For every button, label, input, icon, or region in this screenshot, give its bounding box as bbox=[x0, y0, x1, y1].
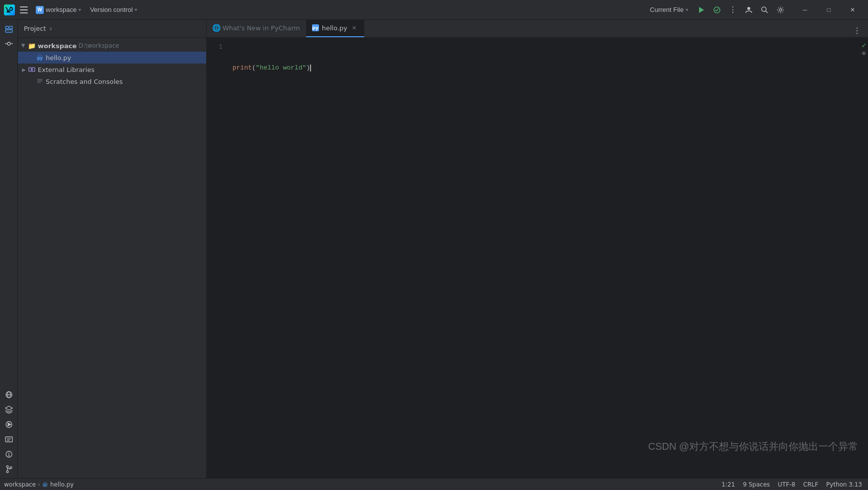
run-button[interactable] bbox=[694, 3, 708, 17]
svg-rect-1 bbox=[6, 11, 10, 12]
main-content: Project ∨ ▶ 📁 workspace D:\workspace ▶ p… bbox=[0, 20, 868, 478]
pycharm-logo[interactable] bbox=[4, 4, 15, 15]
hamburger-menu-button[interactable] bbox=[18, 4, 30, 16]
workspace-icon: W bbox=[36, 6, 44, 14]
tab-more-button[interactable]: ⋮ bbox=[850, 23, 864, 37]
editor-area: 🌐 What's New in PyCharm py hello.py ✕ ⋮ … bbox=[207, 20, 868, 478]
status-line-sep[interactable]: CRLF bbox=[801, 479, 820, 490]
status-python[interactable]: Python 3.13 bbox=[824, 479, 864, 490]
code-line-1: print("hello world") bbox=[233, 63, 860, 73]
sidebar: Project ∨ ▶ 📁 workspace D:\workspace ▶ p… bbox=[18, 20, 207, 478]
account-button[interactable] bbox=[742, 3, 756, 17]
activity-commit-button[interactable] bbox=[2, 37, 16, 51]
workspace-dropdown-icon: ▾ bbox=[79, 7, 81, 12]
tree-item-workspace[interactable]: ▶ 📁 workspace D:\workspace bbox=[18, 40, 206, 52]
search-button[interactable] bbox=[758, 3, 772, 17]
minimize-button[interactable]: ─ bbox=[793, 2, 816, 17]
current-file-button[interactable]: Current File ▾ bbox=[646, 4, 692, 15]
external-libraries-expand-arrow[interactable]: ▶ bbox=[20, 66, 28, 73]
svg-point-26 bbox=[6, 466, 8, 468]
workspace-button[interactable]: W workspace ▾ bbox=[33, 4, 84, 16]
svg-point-4 bbox=[747, 7, 750, 10]
svg-rect-31 bbox=[29, 68, 31, 71]
version-control-button[interactable]: Version control ▾ bbox=[87, 4, 140, 15]
activity-problems-button[interactable] bbox=[2, 432, 16, 446]
svg-text:py: py bbox=[43, 483, 47, 487]
svg-rect-32 bbox=[32, 68, 35, 71]
window-controls: ─ □ ✕ bbox=[793, 2, 864, 17]
svg-rect-10 bbox=[9, 26, 12, 29]
svg-point-28 bbox=[10, 467, 12, 469]
svg-marker-2 bbox=[699, 7, 704, 13]
title-bar: W workspace ▾ Version control ▾ Current … bbox=[0, 0, 868, 20]
workspace-folder-icon: 📁 bbox=[28, 42, 36, 50]
sidebar-header: Project ∨ bbox=[18, 20, 206, 38]
svg-rect-8 bbox=[5, 26, 8, 29]
tab-hello-py-icon: py bbox=[312, 24, 319, 31]
line-numbers: 1 bbox=[207, 38, 229, 478]
tab-hello-py-label: hello.py bbox=[322, 24, 347, 32]
breadcrumb-separator: › bbox=[38, 481, 40, 488]
hello-py-label: hello.py bbox=[46, 54, 71, 62]
status-line-sep-label: CRLF bbox=[803, 481, 818, 488]
status-spaces[interactable]: 9 Spaces bbox=[741, 479, 772, 490]
svg-text:py: py bbox=[37, 56, 43, 61]
settings-button[interactable] bbox=[774, 3, 788, 17]
tab-hello-py[interactable]: py hello.py ✕ bbox=[306, 20, 364, 37]
external-libraries-label: External Libraries bbox=[38, 66, 94, 73]
status-position[interactable]: 1:21 bbox=[719, 479, 737, 490]
workspace-expand-arrow[interactable]: ▶ bbox=[20, 42, 28, 50]
check-mark-icon: ✓ bbox=[862, 42, 867, 49]
editor[interactable]: 1 print("hello world") ✓ 👁 CSDN @对方不想与你说… bbox=[207, 38, 868, 478]
status-encoding[interactable]: UTF-8 bbox=[776, 479, 797, 490]
activity-notifications-button[interactable] bbox=[2, 447, 16, 461]
current-file-dropdown-icon: ▾ bbox=[686, 7, 688, 12]
hello-py-icon: py bbox=[36, 54, 44, 62]
tab-whats-new-label: What's New in PyCharm bbox=[223, 24, 300, 32]
tab-bar: 🌐 What's New in PyCharm py hello.py ✕ ⋮ bbox=[207, 20, 868, 38]
status-encoding-label: UTF-8 bbox=[778, 481, 795, 488]
maximize-button[interactable]: □ bbox=[817, 2, 840, 17]
status-bar: workspace › py hello.py 1:21 9 Spaces UT… bbox=[0, 478, 868, 490]
activity-run-button[interactable] bbox=[2, 418, 16, 431]
workspace-path-label: D:\workspace bbox=[79, 42, 119, 49]
scratches-label: Scratches and Consoles bbox=[46, 78, 123, 85]
tab-hello-py-close[interactable]: ✕ bbox=[350, 24, 358, 32]
more-options-button[interactable]: ⋮ bbox=[726, 3, 740, 17]
code-open-paren: ( bbox=[252, 64, 256, 71]
title-bar-left: W workspace ▾ Version control ▾ bbox=[4, 4, 140, 16]
status-hello-py[interactable]: hello.py bbox=[50, 481, 74, 488]
version-control-label: Version control bbox=[90, 6, 133, 13]
activity-project-button[interactable] bbox=[2, 22, 16, 36]
external-libraries-icon bbox=[28, 66, 36, 73]
tree-item-hello-py[interactable]: ▶ py hello.py bbox=[18, 52, 206, 64]
status-breadcrumb: workspace › py hello.py bbox=[4, 481, 74, 488]
editor-content[interactable]: print("hello world") bbox=[229, 38, 860, 478]
svg-point-5 bbox=[762, 7, 766, 11]
close-button[interactable]: ✕ bbox=[841, 2, 864, 17]
svg-rect-20 bbox=[5, 437, 12, 442]
activity-git-button[interactable] bbox=[2, 462, 16, 476]
status-workspace[interactable]: workspace bbox=[4, 481, 36, 488]
sidebar-content: ▶ 📁 workspace D:\workspace ▶ py hello.py bbox=[18, 38, 206, 478]
activity-layers-button[interactable] bbox=[2, 403, 16, 417]
sidebar-title: Project bbox=[24, 25, 46, 32]
coverage-button[interactable] bbox=[710, 3, 724, 17]
title-bar-right: Current File ▾ ⋮ bbox=[646, 2, 864, 17]
editor-cursor bbox=[310, 65, 311, 71]
editor-right-gutter: ✓ 👁 bbox=[860, 38, 868, 478]
scratches-icon bbox=[36, 77, 44, 85]
status-python-label: Python 3.13 bbox=[826, 481, 862, 488]
activity-bar bbox=[0, 20, 18, 478]
tree-item-scratches[interactable]: ▶ Scratches and Consoles bbox=[18, 75, 206, 87]
project-dropdown-icon[interactable]: ∨ bbox=[49, 26, 52, 31]
eye-icon[interactable]: 👁 bbox=[861, 50, 867, 57]
whats-new-icon: 🌐 bbox=[213, 24, 220, 31]
tree-item-external-libraries[interactable]: ▶ External Libraries bbox=[18, 64, 206, 75]
code-close-paren: ) bbox=[306, 64, 310, 71]
tab-whats-new[interactable]: 🌐 What's New in PyCharm bbox=[207, 20, 306, 37]
svg-line-6 bbox=[766, 11, 768, 13]
code-print-keyword: print bbox=[233, 64, 252, 71]
activity-remote-button[interactable] bbox=[2, 388, 16, 402]
workspace-name-label: workspace bbox=[38, 42, 77, 50]
